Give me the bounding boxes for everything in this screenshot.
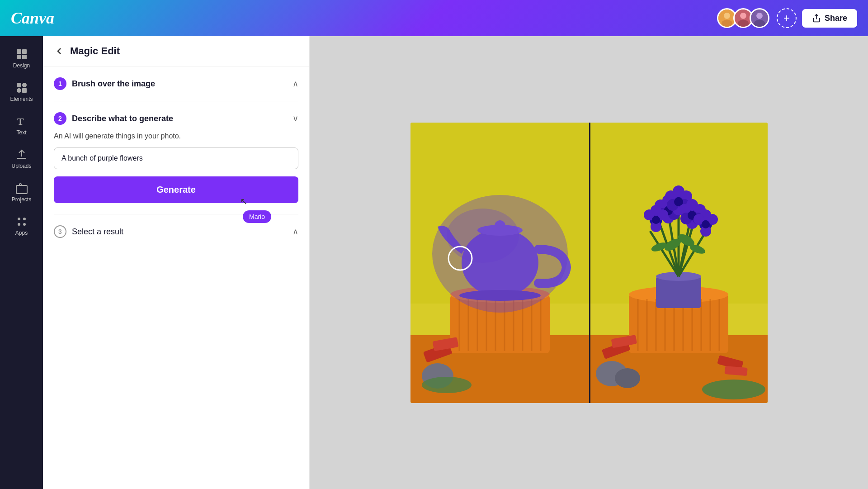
header-right: + Share xyxy=(717,8,857,28)
comparison-divider xyxy=(589,123,590,403)
right-scene-svg xyxy=(589,123,768,403)
step-2-number: 2 xyxy=(54,112,66,125)
svg-point-14 xyxy=(22,83,27,87)
step-2-title: Describe what to generate xyxy=(72,114,173,123)
svg-point-4 xyxy=(740,13,746,19)
apps-icon xyxy=(15,215,28,228)
sidebar-item-design[interactable]: Design xyxy=(4,43,40,73)
panel-title: Magic Edit xyxy=(70,45,120,57)
generate-btn-wrapper: Generate ↖ Mario xyxy=(54,176,298,203)
avatar-3 xyxy=(750,8,769,28)
generate-button[interactable]: Generate xyxy=(54,176,298,203)
svg-rect-10 xyxy=(22,49,27,54)
share-button[interactable]: Share xyxy=(802,9,857,28)
uploads-label: Uploads xyxy=(11,163,31,169)
svg-rect-11 xyxy=(17,55,21,59)
svg-point-8 xyxy=(754,19,765,27)
step-2-header[interactable]: 2 Describe what to generate ∨ xyxy=(54,112,298,125)
text-label: Text xyxy=(16,129,26,136)
header: Canva + Share xyxy=(0,0,868,36)
sidebar-item-text[interactable]: T Text xyxy=(4,110,40,140)
projects-icon xyxy=(15,182,28,195)
uploads-icon xyxy=(15,148,28,161)
elements-icon xyxy=(15,81,28,94)
step-2-chevron: ∨ xyxy=(292,114,298,123)
image-preview xyxy=(410,123,768,403)
step-3-header-left: 3 Select a result xyxy=(54,225,123,238)
step-2-description: An AI will generate things in your photo… xyxy=(54,132,298,140)
svg-point-20 xyxy=(23,218,26,220)
sidebar-item-projects[interactable]: Projects xyxy=(4,177,40,207)
back-button[interactable] xyxy=(54,46,65,57)
user-tooltip: Mario xyxy=(243,210,271,223)
elements-label: Elements xyxy=(10,96,33,102)
svg-point-112 xyxy=(702,220,710,228)
svg-rect-16 xyxy=(22,88,27,93)
svg-rect-13 xyxy=(17,83,21,87)
step-3-number: 3 xyxy=(54,225,66,238)
svg-point-43 xyxy=(447,209,519,263)
svg-point-116 xyxy=(702,380,765,399)
apps-label: Apps xyxy=(15,230,28,236)
step-1-number: 1 xyxy=(54,77,66,90)
design-label: Design xyxy=(13,62,30,69)
step-3-chevron: ∧ xyxy=(292,227,298,237)
step-3-container: 3 Select a result ∧ xyxy=(54,225,298,249)
step-1-header-left: 1 Brush over the image xyxy=(54,77,155,90)
projects-label: Projects xyxy=(12,196,31,203)
left-navigation: Design Elements T Text Uploads Projects xyxy=(0,36,43,489)
canvas-area[interactable] xyxy=(310,36,868,489)
svg-point-1 xyxy=(724,13,730,19)
panel-content: 1 Brush over the image ∧ 2 Describe what… xyxy=(43,66,309,489)
step-1-header[interactable]: 1 Brush over the image ∧ xyxy=(54,77,298,90)
svg-text:T: T xyxy=(17,116,24,127)
svg-rect-9 xyxy=(17,49,21,54)
step-2-header-left: 2 Describe what to generate xyxy=(54,112,173,125)
prompt-input[interactable] xyxy=(54,147,298,169)
step-3-title: Select a result xyxy=(72,227,123,237)
sidebar-item-apps[interactable]: Apps xyxy=(4,211,40,241)
svg-point-106 xyxy=(652,216,660,224)
step-1-title: Brush over the image xyxy=(72,79,155,89)
svg-point-2 xyxy=(722,19,732,27)
svg-point-119 xyxy=(615,368,640,388)
svg-point-15 xyxy=(17,88,21,93)
svg-point-22 xyxy=(23,223,26,226)
sidebar-item-uploads[interactable]: Uploads xyxy=(4,144,40,174)
sidebar-item-elements[interactable]: Elements xyxy=(4,77,40,107)
share-icon xyxy=(812,14,821,23)
svg-rect-18 xyxy=(16,185,27,194)
image-left-side xyxy=(410,123,589,403)
image-right-side xyxy=(589,123,768,403)
step-1-chevron: ∧ xyxy=(292,79,298,89)
text-icon: T xyxy=(15,115,28,128)
step-2-body: An AI will generate things in your photo… xyxy=(54,132,298,203)
collaborator-avatars xyxy=(717,8,769,28)
step-3-header[interactable]: 3 Select a result ∧ xyxy=(54,225,298,238)
back-icon xyxy=(54,46,65,57)
left-scene-svg xyxy=(410,123,589,403)
step-1-container: 1 Brush over the image ∧ xyxy=(54,77,298,101)
add-collaborator-button[interactable]: + xyxy=(777,8,797,28)
panel-header: Magic Edit xyxy=(43,36,309,66)
svg-point-7 xyxy=(756,13,763,19)
main-area: Design Elements T Text Uploads Projects xyxy=(0,36,868,489)
design-icon xyxy=(15,48,28,61)
canva-logo: Canva xyxy=(11,9,54,28)
svg-point-21 xyxy=(18,223,20,226)
step-2-container: 2 Describe what to generate ∨ An AI will… xyxy=(54,112,298,214)
svg-point-48 xyxy=(422,377,472,393)
svg-rect-64 xyxy=(656,276,701,308)
svg-rect-12 xyxy=(22,55,27,59)
magic-edit-panel: Magic Edit 1 Brush over the image ∧ xyxy=(43,36,310,489)
share-label: Share xyxy=(825,14,847,23)
svg-point-19 xyxy=(18,218,20,220)
svg-point-5 xyxy=(738,19,749,27)
